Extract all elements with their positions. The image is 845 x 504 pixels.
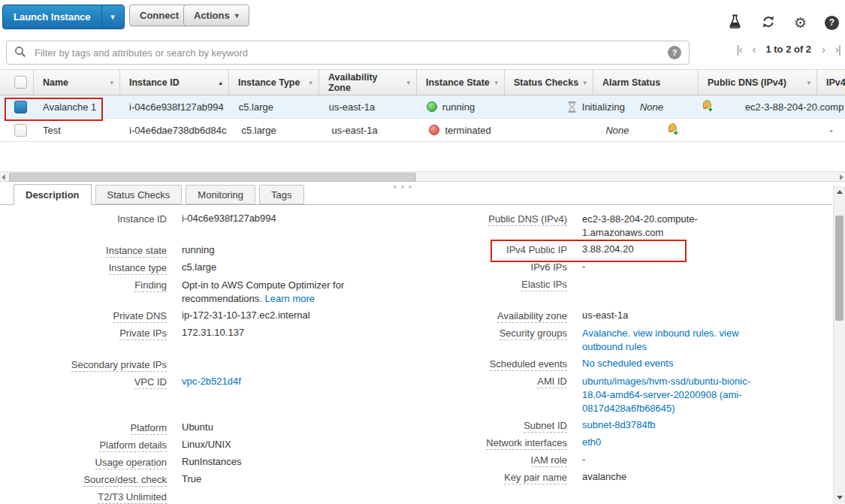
- network-interface-link[interactable]: eth0: [582, 436, 601, 450]
- table-row-test[interactable]: Test i-04e6dae738db6d84c c5.large us-eas…: [0, 119, 845, 142]
- column-header-alarm-status[interactable]: Alarm Status: [593, 70, 699, 95]
- row-instance-type: Instance type c5.large: [0, 261, 368, 275]
- ami-id-link[interactable]: ubuntu/images/hvm-ssd/ubuntu-bionic- 18.…: [582, 375, 750, 415]
- next-page-icon[interactable]: ›: [822, 44, 825, 55]
- sort-ascending-icon[interactable]: ▴: [214, 79, 222, 86]
- column-header-instance-state[interactable]: Instance State▾: [417, 70, 505, 95]
- field-value: ec2-3-88-204-20.compute- 1.amazonaws.com: [582, 213, 698, 240]
- row-usage-operation: Usage operation RunInstances: [0, 456, 368, 469]
- tab-monitoring[interactable]: Monitoring: [186, 185, 255, 204]
- vertical-scrollbar[interactable]: [833, 186, 845, 504]
- filter-input[interactable]: [33, 47, 668, 59]
- experiment-flask-icon[interactable]: [727, 14, 743, 32]
- scroll-up-icon[interactable]: [837, 190, 843, 194]
- actions-button[interactable]: Actions▾: [183, 5, 249, 26]
- row-checkbox[interactable]: [14, 124, 27, 137]
- hourglass-icon: [567, 101, 577, 113]
- learn-more-link[interactable]: Learn more: [265, 293, 315, 304]
- security-groups-links[interactable]: Avalanche. view inbound rules. view outb…: [582, 327, 739, 354]
- column-header-availability-zone[interactable]: Availability Zone▾: [319, 70, 417, 95]
- row-elastic-ips: Elastic IPs: [421, 278, 751, 291]
- filter-caret-icon[interactable]: ▾: [105, 79, 113, 86]
- row-scheduled-events: Scheduled events No scheduled events: [421, 358, 751, 371]
- tab-description[interactable]: Description: [14, 184, 92, 205]
- scroll-down-icon[interactable]: [837, 496, 843, 499]
- cell-instance-id: i-04e6dae738db6d84c: [120, 125, 232, 136]
- vpc-id-link[interactable]: vpc-2b521d4f: [182, 376, 241, 389]
- field-label: Subnet ID: [421, 419, 567, 432]
- settings-gear-icon[interactable]: ⚙: [794, 16, 807, 30]
- launch-instance-label[interactable]: Launch Instance: [3, 5, 101, 29]
- help-icon[interactable]: ?: [825, 16, 839, 30]
- running-status-icon: [427, 101, 437, 112]
- previous-page-icon[interactable]: ‹: [752, 44, 755, 55]
- filter-caret-icon[interactable]: ▾: [402, 79, 410, 86]
- horizontal-scroll-thumb[interactable]: [9, 173, 416, 182]
- field-label: Platform: [0, 421, 167, 434]
- field-label: T2/T3 Unlimited: [0, 490, 167, 503]
- filter-search-box[interactable]: ?: [6, 41, 690, 65]
- field-label: Instance ID: [0, 213, 167, 225]
- pagination-range: 1 to 2 of 2: [765, 44, 811, 55]
- row-subnet-id: Subnet ID subnet-8d3784fb: [421, 419, 751, 433]
- row-platform: Platform Ubuntu: [0, 421, 368, 435]
- description-panel: Instance ID i-04c6e938f127ab994 Instance…: [0, 205, 832, 504]
- subnet-id-link[interactable]: subnet-8d3784fb: [582, 419, 656, 433]
- field-label: Source/dest. check: [0, 473, 167, 486]
- connect-button[interactable]: Connect: [129, 5, 189, 26]
- column-header-name[interactable]: Name▾: [34, 70, 120, 95]
- cell-name: Test: [34, 125, 120, 136]
- column-header-instance-type[interactable]: Instance Type▾: [229, 70, 319, 95]
- scheduled-events-link[interactable]: No scheduled events: [582, 358, 673, 371]
- actions-caret-icon: ▾: [235, 11, 239, 20]
- row-platform-details: Platform details Linux/UNIX: [0, 439, 368, 452]
- cell-status-checks: Initializing: [505, 101, 631, 113]
- cell-instance-type: c5.large: [230, 101, 320, 113]
- column-header-public-ip[interactable]: IPv4 Public IP: [817, 70, 845, 95]
- filter-caret-icon[interactable]: ▾: [802, 79, 810, 86]
- row-secondary-private-ips: Secondary private IPs: [0, 358, 368, 372]
- row-checkbox[interactable]: [14, 101, 27, 113]
- scroll-left-icon[interactable]: [2, 174, 5, 180]
- filter-caret-icon[interactable]: ▾: [304, 79, 312, 86]
- field-value: Linux/UNIX: [182, 439, 231, 452]
- field-value: True: [182, 473, 201, 487]
- filter-caret-icon[interactable]: ▾: [578, 79, 587, 86]
- scroll-right-icon[interactable]: [840, 174, 843, 180]
- row-source-dest-check: Source/dest. check True: [0, 473, 368, 487]
- terminated-status-icon: [429, 125, 439, 135]
- field-value: Opt-in to AWS Compute Optimizer for reco…: [182, 279, 344, 306]
- search-help-icon[interactable]: ?: [668, 46, 681, 59]
- column-header-public-dns[interactable]: Public DNS (IPv4)▾: [699, 70, 817, 95]
- column-header-status-checks[interactable]: Status Checks▾: [505, 70, 593, 95]
- tab-tags[interactable]: Tags: [259, 185, 303, 204]
- field-label: IPv4 Public IP: [421, 243, 567, 256]
- field-label: Availability zone: [421, 309, 567, 322]
- field-label: Network interfaces: [421, 436, 567, 449]
- vertical-scroll-thumb[interactable]: [835, 216, 843, 321]
- row-finding: Finding Opt-in to AWS Compute Optimizer …: [0, 279, 368, 306]
- table-row-avalanche-1[interactable]: Avalanche 1 i-04c6e938f127ab994 c5.large…: [0, 95, 845, 119]
- select-all-checkbox[interactable]: [14, 76, 27, 89]
- cell-public-ip: -: [820, 125, 845, 136]
- field-value: -: [582, 261, 585, 274]
- field-label: Secondary private IPs: [0, 358, 167, 371]
- launch-instance-button[interactable]: Launch Instance ▾: [2, 5, 125, 29]
- tab-status-checks[interactable]: Status Checks: [95, 185, 183, 204]
- create-alarm-bell-icon[interactable]: [665, 122, 679, 138]
- refresh-icon[interactable]: [761, 14, 776, 32]
- field-label: Platform details: [0, 439, 167, 451]
- row-key-pair-name: Key pair name avalanche: [421, 471, 751, 484]
- launch-instance-caret-icon[interactable]: ▾: [101, 5, 124, 29]
- column-header-instance-id[interactable]: Instance ID▴: [120, 70, 229, 95]
- cell-availability-zone: us-east-1a: [320, 101, 418, 113]
- cell-name: Avalanche 1: [34, 101, 120, 113]
- horizontal-scrollbar[interactable]: [0, 171, 845, 182]
- first-page-icon[interactable]: |‹: [737, 44, 742, 55]
- field-value: c5.large: [182, 261, 216, 275]
- field-label: Finding: [0, 279, 167, 291]
- row-security-groups: Security groups Avalanche. view inbound …: [421, 327, 751, 354]
- create-alarm-bell-icon[interactable]: [700, 99, 714, 115]
- filter-caret-icon[interactable]: ▾: [490, 79, 498, 86]
- last-page-icon[interactable]: ›|: [835, 44, 840, 55]
